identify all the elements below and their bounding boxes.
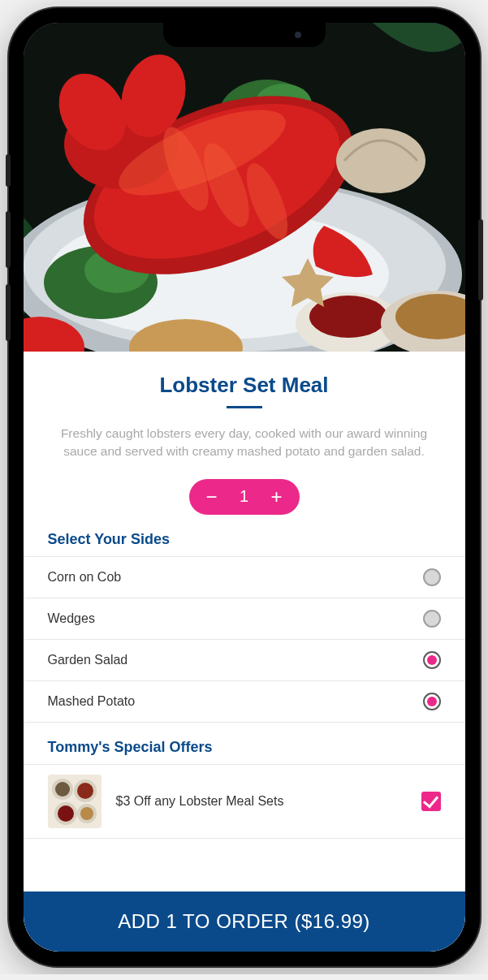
offer-thumbnail — [48, 775, 101, 828]
side-option[interactable]: Mashed Potato — [24, 681, 465, 723]
svg-point-30 — [58, 805, 74, 822]
side-option-label: Corn on Cob — [48, 570, 122, 585]
offer-item[interactable]: $3 Off any Lobster Meal Sets — [24, 765, 465, 839]
content-area: Lobster Set Meal Freshly caught lobsters… — [24, 352, 465, 952]
volume-up-button — [6, 211, 11, 268]
title-underline — [227, 406, 262, 408]
radio-unselected-icon[interactable] — [423, 568, 441, 586]
add-to-order-label: ADD 1 TO ORDER ($16.99) — [118, 910, 370, 933]
svg-point-23 — [336, 128, 425, 193]
svg-point-32 — [80, 807, 93, 820]
side-option[interactable]: Garden Salad — [24, 640, 465, 681]
product-title: Lobster Set Meal — [24, 373, 465, 398]
sides-section-header: Select Your Sides — [24, 515, 465, 556]
phone-frame: Lobster Set Meal Freshly caught lobsters… — [9, 8, 480, 966]
side-option[interactable]: Wedges — [24, 598, 465, 640]
offers-list: $3 Off any Lobster Meal Sets — [24, 764, 465, 839]
power-button — [478, 219, 483, 300]
svg-point-28 — [77, 783, 93, 799]
product-hero-image — [24, 23, 465, 352]
screen: Lobster Set Meal Freshly caught lobsters… — [24, 23, 465, 952]
side-option-label: Wedges — [48, 611, 95, 626]
checkbox-checked-icon[interactable] — [421, 792, 441, 811]
volume-down-button — [6, 284, 11, 341]
quantity-plus-button[interactable]: + — [267, 487, 287, 507]
svg-point-26 — [55, 782, 70, 797]
notch — [163, 23, 326, 47]
mute-switch — [6, 154, 11, 187]
radio-selected-icon[interactable] — [423, 693, 441, 710]
side-option-label: Garden Salad — [48, 653, 128, 667]
offer-label: $3 Off any Lobster Meal Sets — [116, 794, 407, 809]
radio-selected-icon[interactable] — [423, 651, 441, 669]
product-description: Freshly caught lobsters every day, cooke… — [46, 425, 443, 461]
offers-section-header: Tommy's Special Offers — [24, 723, 465, 764]
quantity-value: 1 — [240, 487, 248, 506]
radio-unselected-icon[interactable] — [423, 610, 441, 628]
quantity-stepper[interactable]: − 1 + — [189, 479, 300, 515]
add-to-order-button[interactable]: ADD 1 TO ORDER ($16.99) — [24, 891, 465, 952]
sides-options: Corn on Cob Wedges Garden Salad Mashed P… — [24, 556, 465, 723]
side-option[interactable]: Corn on Cob — [24, 557, 465, 598]
quantity-minus-button[interactable]: − — [202, 487, 222, 507]
side-option-label: Mashed Potato — [48, 694, 136, 709]
